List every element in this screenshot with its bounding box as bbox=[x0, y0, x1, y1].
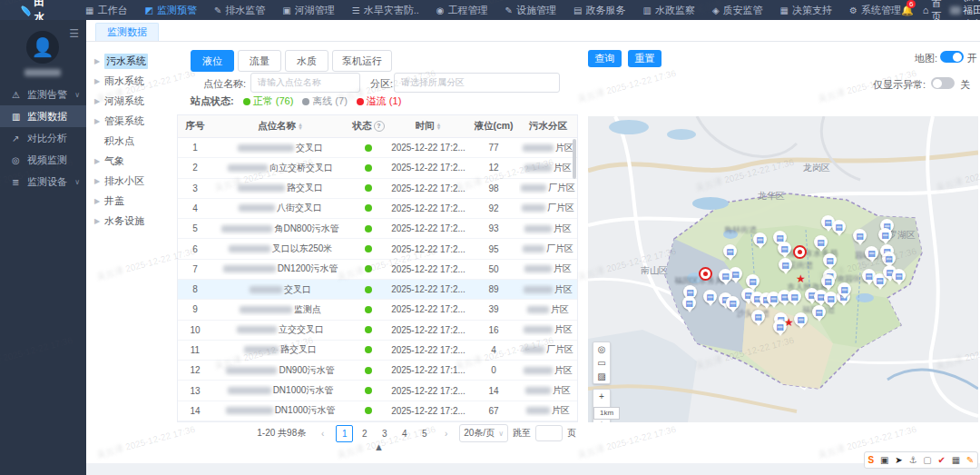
tree-item[interactable]: ▶井盖 bbox=[91, 191, 174, 211]
nav-item[interactable]: ▤政务服务 bbox=[573, 4, 625, 17]
table-row[interactable]: 5角DN800污水管2025-12-22 17:2...93片区 bbox=[178, 219, 577, 239]
tree-expand-icon[interactable]: ▶ bbox=[94, 177, 101, 185]
tray-pen-icon[interactable]: ✎ bbox=[966, 456, 974, 465]
page-button-5[interactable]: 5 bbox=[416, 425, 433, 442]
tray-square-icon[interactable]: ▣ bbox=[880, 456, 888, 465]
monitor-site-marker-icon[interactable]: ▤ bbox=[814, 235, 828, 249]
measure-area-icon[interactable]: ▨ bbox=[593, 370, 610, 383]
monitor-site-marker-icon[interactable]: ▤ bbox=[878, 228, 892, 242]
sidebar-collapse-icon[interactable]: ☰ bbox=[69, 27, 79, 40]
reset-button[interactable]: 重置 bbox=[628, 50, 662, 67]
tree-item[interactable]: ▶河湖系统 bbox=[91, 91, 174, 111]
monitor-site-marker-icon[interactable]: ▤ bbox=[824, 292, 838, 305]
col-name[interactable]: 点位名称▲▼ bbox=[212, 120, 348, 133]
collapse-panel-arrow[interactable]: ▲ bbox=[374, 441, 384, 452]
monitor-site-marker-icon[interactable]: ▤ bbox=[788, 290, 801, 303]
col-time[interactable]: 时间▲▼ bbox=[388, 120, 468, 133]
tree-item[interactable]: ▶排水小区 bbox=[91, 171, 174, 191]
page-button-4[interactable]: 4 bbox=[396, 425, 413, 442]
monitor-site-marker-icon[interactable]: ▤ bbox=[779, 258, 792, 272]
sidebar-item[interactable]: ≣监测设备∨ bbox=[0, 171, 86, 193]
sidebar-item[interactable]: ▥监测数据 bbox=[0, 105, 86, 127]
tree-item[interactable]: ▶污水系统 bbox=[91, 51, 174, 71]
tree-item[interactable]: ▶水务设施 bbox=[91, 211, 174, 231]
map-toggle[interactable] bbox=[940, 51, 964, 63]
table-row[interactable]: 11路交叉口2025-12-22 17:2...4厂片区 bbox=[178, 341, 577, 361]
type-button-流量[interactable]: 流量 bbox=[238, 50, 281, 72]
monitor-site-marker-icon[interactable]: ▤ bbox=[812, 305, 826, 319]
measure-ruler-icon[interactable]: ▭ bbox=[593, 356, 610, 370]
nav-item[interactable]: ▦决策支持 bbox=[780, 4, 832, 17]
table-row[interactable]: 10立交交叉口2025-12-22 17:2...16片区 bbox=[178, 321, 577, 341]
table-row[interactable]: 14DN1000污水管2025-12-22 17:2...67片区 bbox=[178, 401, 577, 421]
tree-expand-icon[interactable]: ▶ bbox=[94, 217, 101, 225]
type-button-液位[interactable]: 液位 bbox=[191, 50, 234, 72]
table-scrollbar[interactable] bbox=[573, 139, 576, 179]
tab-monitor-data[interactable]: 监测数据 bbox=[95, 23, 159, 41]
site-name-input[interactable]: 请输入点位名称 bbox=[250, 73, 360, 93]
table-row[interactable]: 2向立交桥交叉口2025-12-22 17:2...12片区 bbox=[178, 158, 577, 178]
tree-expand-icon[interactable]: ▶ bbox=[94, 97, 101, 105]
tree-expand-icon[interactable]: ▶ bbox=[94, 77, 101, 85]
table-row[interactable]: 4八街交叉口2025-12-22 17:2...92厂片区 bbox=[178, 199, 577, 219]
table-row[interactable]: 9监测点2025-12-22 17:2...39片区 bbox=[178, 300, 577, 320]
table-row[interactable]: 3路交叉口2025-12-22 17:2...98厂片区 bbox=[178, 179, 577, 199]
tree-item[interactable]: ▶气象 bbox=[91, 151, 174, 171]
sidebar-item[interactable]: ⚠监测告警∨ bbox=[0, 84, 86, 105]
tree-expand-icon[interactable]: ▶ bbox=[94, 157, 101, 165]
nav-item[interactable]: ⚙系统管理 bbox=[849, 4, 901, 17]
tray-anchor-icon[interactable]: ⚓ bbox=[908, 456, 916, 465]
sidebar-item[interactable]: ◎视频监测 bbox=[0, 149, 86, 171]
monitor-site-marker-icon[interactable]: ▤ bbox=[751, 310, 765, 323]
zone-select[interactable]: 请选择所属分区 bbox=[394, 73, 560, 93]
status-help-icon[interactable]: ? bbox=[374, 121, 385, 132]
monitor-site-marker-icon[interactable]: ▤ bbox=[794, 312, 808, 326]
page-button-3[interactable]: 3 bbox=[376, 425, 393, 442]
table-row[interactable]: 6叉口以东250米2025-12-22 17:2...95厂片区 bbox=[178, 239, 577, 259]
tree-expand-icon[interactable]: ▶ bbox=[94, 57, 101, 65]
tray-grid-icon[interactable]: ▦ bbox=[952, 456, 960, 465]
monitor-site-marker-icon[interactable]: ▤ bbox=[823, 253, 837, 267]
monitor-site-marker-icon[interactable]: ▤ bbox=[778, 242, 791, 255]
nav-item[interactable]: ☰水旱灾害防.. bbox=[352, 4, 419, 17]
tree-expand-icon[interactable]: ▶ bbox=[94, 197, 101, 205]
monitor-site-marker-icon[interactable]: ▤ bbox=[832, 220, 846, 233]
monitor-site-marker-icon[interactable]: ▤ bbox=[838, 282, 851, 296]
tray-s-icon[interactable]: S bbox=[867, 456, 874, 465]
table-row[interactable]: 8交叉口2025-12-22 17:2...89片区 bbox=[178, 280, 577, 300]
page-button-2[interactable]: 2 bbox=[356, 425, 373, 442]
sidebar-item[interactable]: ↗对比分析 bbox=[0, 127, 86, 149]
table-row[interactable]: 13DN1000污水管2025-12-22 17:2...14片区 bbox=[178, 381, 577, 401]
nav-item[interactable]: ▦工作台 bbox=[85, 4, 127, 17]
nav-item[interactable]: ▣河湖管理 bbox=[282, 4, 334, 17]
search-button[interactable]: 查询 bbox=[588, 50, 622, 67]
nav-item[interactable]: ✎设施管理 bbox=[505, 4, 556, 17]
nav-item[interactable]: ✎排水监管 bbox=[214, 4, 265, 17]
next-page-button[interactable]: › bbox=[437, 425, 455, 442]
jump-page-input[interactable] bbox=[535, 425, 563, 441]
monitor-site-marker-icon[interactable]: ▤ bbox=[682, 296, 696, 310]
tray-check-icon[interactable]: ✔ bbox=[938, 456, 946, 465]
nav-item[interactable]: ◈质安监管 bbox=[712, 4, 763, 17]
nav-item[interactable]: ▥水政监察 bbox=[642, 4, 694, 17]
zoom-in-icon[interactable]: + bbox=[593, 390, 610, 403]
avatar[interactable]: 👤 bbox=[26, 31, 59, 64]
monitor-site-marker-icon[interactable]: ▤ bbox=[719, 269, 732, 282]
tree-item[interactable]: 积水点 bbox=[91, 131, 174, 151]
monitor-site-marker-icon[interactable]: ▤ bbox=[753, 233, 767, 246]
monitor-site-marker-icon[interactable]: ▤ bbox=[882, 252, 896, 265]
table-row[interactable]: 7DN1200污水管2025-12-22 17:2...50片区 bbox=[178, 260, 577, 280]
map-panel[interactable]: 龙岗区龙华区南山区罗湖区梅林街道深圳市水务局莲花街道福田区水务局市人民政府园岭街… bbox=[588, 116, 978, 422]
nav-item[interactable]: ◉工程管理 bbox=[436, 4, 488, 17]
type-button-泵机运行[interactable]: 泵机运行 bbox=[332, 50, 392, 72]
monitor-site-marker-icon[interactable]: ▤ bbox=[853, 229, 867, 242]
monitor-site-marker-icon[interactable]: ▤ bbox=[703, 290, 717, 303]
nav-item[interactable]: ◩监测预警 bbox=[144, 4, 196, 17]
table-row[interactable]: 12DN900污水管2025-12-22 17:1...0片区 bbox=[178, 361, 577, 381]
notification-bell-icon[interactable]: 🔔6 bbox=[901, 5, 914, 16]
monitor-site-marker-icon[interactable]: ▤ bbox=[726, 296, 740, 310]
table-row[interactable]: 1交叉口2025-12-22 17:2...77片区 bbox=[178, 138, 577, 158]
tray-frame-icon[interactable]: ▢ bbox=[923, 456, 931, 465]
abnormal-only-toggle[interactable] bbox=[931, 77, 955, 89]
page-size-select[interactable]: 20条/页∨ bbox=[459, 424, 508, 442]
